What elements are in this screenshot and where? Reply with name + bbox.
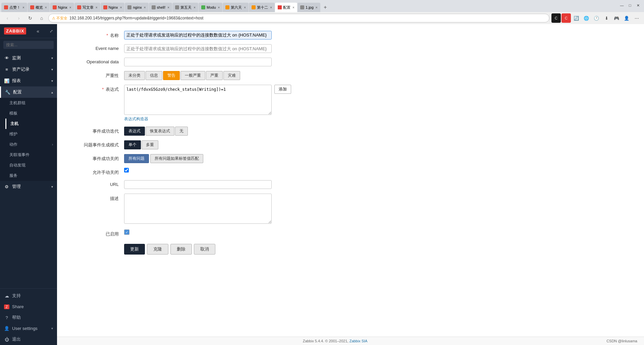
- event-name-input[interactable]: [124, 44, 272, 53]
- tab-close-12[interactable]: ×: [292, 6, 294, 9]
- extension-icon-2[interactable]: C: [561, 13, 571, 23]
- tab-close-2[interactable]: ×: [45, 6, 47, 9]
- tab-close-13[interactable]: ×: [316, 6, 318, 9]
- browser-tab-3[interactable]: Nginx ×: [50, 3, 74, 12]
- sidebar-item-help[interactable]: ? 帮助: [0, 312, 57, 323]
- severity-btn-warning[interactable]: 警告: [163, 71, 180, 80]
- sidebar-item-support[interactable]: ☁ 支持: [0, 290, 57, 301]
- severity-btn-disaster[interactable]: 灾难: [223, 71, 240, 80]
- expr-required-star: *: [102, 87, 104, 92]
- footer-copyright: Zabbix 5.4.4. © 2001–2021, Zabbix SIA: [303, 339, 368, 343]
- sidebar-item-reports[interactable]: 📊 报表 ▾: [0, 75, 57, 86]
- search-input[interactable]: [3, 41, 54, 49]
- description-field-wrapper: [124, 194, 272, 225]
- profile-icon[interactable]: 👤: [622, 13, 631, 23]
- new-tab-button[interactable]: +: [321, 3, 330, 12]
- tab-close-9[interactable]: ×: [218, 6, 220, 9]
- tab-close-10[interactable]: ×: [244, 6, 246, 9]
- tab-close-1[interactable]: ×: [22, 6, 24, 9]
- tab-close-5[interactable]: ×: [120, 6, 122, 9]
- sidebar-item-templates[interactable]: 模板: [5, 108, 57, 119]
- maximize-button[interactable]: □: [627, 2, 633, 9]
- footer-link[interactable]: Zabbix SIA: [350, 339, 368, 343]
- sidebar-item-correlation[interactable]: 关联项事件: [5, 150, 57, 160]
- expression-textarea[interactable]: last(/fdvxG5Gzo9/check_status[Writing])=…: [124, 85, 272, 115]
- extension-icon-3[interactable]: 🔄: [572, 13, 581, 23]
- sidebar-item-services[interactable]: 服务: [5, 170, 57, 181]
- sidebar-item-management[interactable]: ⚙ 管理 ▾: [0, 181, 57, 192]
- extension-icon-6[interactable]: 🎮: [612, 13, 621, 23]
- sidebar-item-share[interactable]: Z Share: [0, 301, 57, 312]
- back-button[interactable]: ‹: [3, 13, 12, 23]
- browser-tab-12[interactable]: 配置 ×: [275, 3, 297, 12]
- manual-close-checkbox[interactable]: [124, 168, 129, 172]
- severity-btn-high[interactable]: 严重: [206, 71, 223, 80]
- extension-icon-1[interactable]: C: [551, 13, 561, 23]
- url-input[interactable]: [124, 180, 272, 189]
- tab-close-4[interactable]: ×: [96, 6, 98, 9]
- sidebar-item-logout[interactable]: ⏻ 退出: [0, 334, 57, 345]
- tab-close-7[interactable]: ×: [167, 6, 169, 9]
- browser-tab-4[interactable]: 写文章 ×: [74, 3, 100, 12]
- expression-builder-link[interactable]: 表达式构造器: [124, 116, 148, 122]
- hostgroups-label: 主机群组: [9, 100, 25, 106]
- sidebar-item-hosts[interactable]: 主机: [5, 119, 57, 129]
- sidebar-item-hostgroups[interactable]: 主机群组: [5, 98, 57, 108]
- close-window-button[interactable]: ✕: [635, 2, 641, 9]
- browser-tab-6[interactable]: nginx ×: [125, 3, 148, 12]
- home-button[interactable]: ⌂: [37, 13, 46, 23]
- name-input[interactable]: [124, 31, 272, 40]
- event-name-row: Event name: [67, 44, 634, 53]
- sidebar-search: [0, 38, 57, 52]
- more-options-icon[interactable]: ⋯: [632, 13, 641, 23]
- browser-tab-1[interactable]: 点赞！ ×: [1, 3, 27, 12]
- browser-tab-11[interactable]: 第十二 ×: [249, 3, 275, 12]
- minimize-button[interactable]: —: [619, 2, 625, 9]
- tab-label-11: 第十二: [257, 5, 268, 10]
- update-button[interactable]: 更新: [124, 244, 145, 255]
- browser-tab-13[interactable]: 1.jpg ×: [298, 3, 320, 12]
- close-success-btn-tags[interactable]: 所有问题如果标签值匹配: [150, 154, 203, 163]
- tab-close-11[interactable]: ×: [270, 6, 272, 9]
- event-success-btn-expression[interactable]: 表达式: [124, 127, 145, 136]
- sidebar-collapse-button[interactable]: «: [37, 28, 39, 34]
- browser-tab-9[interactable]: Modu ×: [199, 3, 222, 12]
- sidebar-item-config[interactable]: 🔧 配置 ▴: [0, 86, 57, 98]
- sidebar-item-actions[interactable]: 动作 ›: [5, 139, 57, 150]
- sidebar-expand-icon[interactable]: ⤢: [50, 29, 53, 33]
- enabled-checkbox[interactable]: ✓: [124, 229, 129, 235]
- operational-data-input[interactable]: [124, 58, 272, 66]
- sidebar-item-autodiscovery[interactable]: 自动发现: [5, 160, 57, 170]
- tab-close-8[interactable]: ×: [194, 6, 196, 9]
- severity-btn-unclassified[interactable]: 未分类: [124, 71, 145, 80]
- event-success-btn-recovery[interactable]: 恢复表达式: [146, 127, 174, 136]
- problem-generation-btn-single[interactable]: 单个: [124, 140, 141, 149]
- tab-close-6[interactable]: ×: [144, 6, 146, 9]
- forward-button[interactable]: ›: [14, 13, 23, 23]
- extension-icon-4[interactable]: 🌐: [582, 13, 591, 23]
- description-textarea[interactable]: [124, 194, 272, 224]
- browser-tab-8[interactable]: 第五天 ×: [172, 3, 198, 12]
- browser-tab-5[interactable]: Nginx ×: [101, 3, 125, 12]
- clone-button[interactable]: 克隆: [147, 244, 168, 255]
- add-expression-button[interactable]: 添加: [274, 85, 291, 94]
- severity-btn-info[interactable]: 信息: [146, 71, 162, 80]
- cancel-button[interactable]: 取消: [194, 244, 215, 255]
- reload-button[interactable]: ↻: [25, 13, 35, 23]
- sidebar-item-user-settings[interactable]: 👤 User settings ▾: [0, 323, 57, 334]
- severity-btn-average[interactable]: 一般严重: [180, 71, 205, 80]
- tab-close-3[interactable]: ×: [69, 6, 71, 9]
- download-icon[interactable]: ⬇: [602, 13, 611, 23]
- problem-generation-btn-multiple[interactable]: 多重: [142, 140, 158, 149]
- event-success-btn-none[interactable]: 无: [175, 127, 188, 136]
- sidebar-item-assets[interactable]: ≡ 资产记录 ▾: [0, 64, 57, 75]
- address-box[interactable]: ⚠ 不安全 192.168.200.145/triggers.php?form=…: [48, 14, 549, 22]
- extension-icon-5[interactable]: 🕐: [592, 13, 601, 23]
- browser-tab-10[interactable]: 第六天 ×: [223, 3, 249, 12]
- close-success-btn-all[interactable]: 所有问题: [124, 154, 149, 163]
- delete-button[interactable]: 删除: [170, 244, 192, 255]
- browser-tab-7[interactable]: shell! ×: [149, 3, 172, 12]
- sidebar-item-maintenance[interactable]: 维护: [5, 129, 57, 139]
- browser-tab-2[interactable]: 概览 ×: [28, 3, 50, 12]
- sidebar-item-monitor[interactable]: 👁 监测 ▾: [0, 52, 57, 64]
